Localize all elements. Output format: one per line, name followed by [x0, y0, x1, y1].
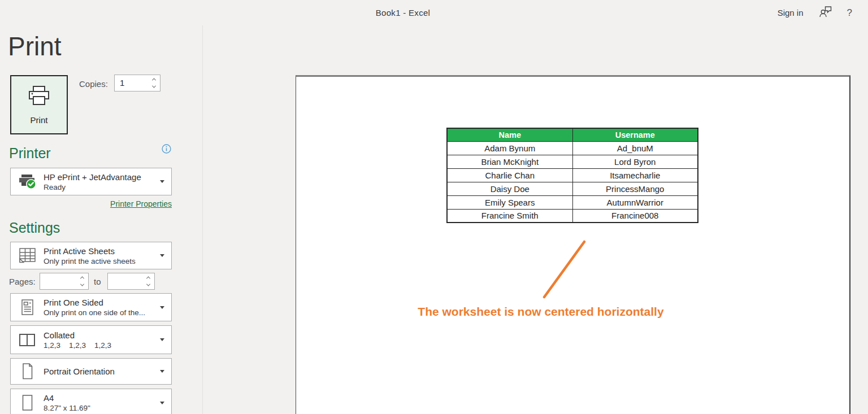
portrait-page-icon	[11, 363, 44, 380]
chevron-down-icon	[151, 84, 155, 88]
pages-label: Pages:	[9, 277, 36, 286]
table-row: Brian McKnight Lord Byron	[447, 155, 698, 168]
printer-icon	[27, 85, 51, 110]
table-cell: Daisy Doe	[447, 182, 572, 195]
table-cell: Charlie Chan	[447, 168, 572, 182]
collation-description: 1,2,3 1,2,3 1,2,3	[44, 341, 157, 350]
copies-label: Copies:	[79, 79, 108, 89]
print-button[interactable]: Print	[10, 75, 68, 134]
table-cell: Itsamecharlie	[572, 168, 698, 182]
title-bar: Book1 - Excel Sign in ?	[0, 0, 868, 25]
table-cell: AutumnWarrior	[572, 195, 698, 209]
pages-to-value	[108, 273, 142, 289]
print-what-select[interactable]: Print Active Sheets Only print the activ…	[10, 242, 172, 269]
pages-to-label: to	[94, 277, 101, 286]
chevron-up-icon	[80, 276, 84, 280]
help-icon[interactable]: ?	[847, 7, 852, 19]
printer-select[interactable]: HP ePrint + JetAdvantage Ready	[10, 168, 172, 195]
paper-size-select[interactable]: A4 8.27" x 11.69"	[10, 389, 172, 414]
copies-increment-button[interactable]	[150, 77, 158, 82]
chevron-down-icon	[160, 254, 164, 257]
active-sheets-icon	[11, 247, 44, 264]
print-what-description: Only print the active sheets	[44, 257, 157, 265]
table-header-row: Name Username	[447, 128, 698, 141]
chevron-up-icon	[151, 78, 155, 82]
copies-value: 1	[115, 75, 147, 91]
one-sided-page-icon	[11, 299, 44, 316]
table-row: Emily Spears AutumnWarrior	[447, 195, 698, 209]
collation-label: Collated	[44, 330, 157, 340]
print-what-label: Print Active Sheets	[44, 246, 157, 256]
collated-pages-icon	[11, 333, 44, 347]
table-row: Adam Bynum Ad_bnuM	[447, 141, 698, 155]
paper-page-icon	[11, 394, 44, 412]
chevron-down-icon	[160, 306, 164, 309]
printer-status: Ready	[44, 183, 157, 191]
table-header-cell: Username	[572, 128, 698, 141]
table-cell: Francine Smith	[447, 209, 572, 223]
panel-divider	[202, 25, 203, 414]
collation-select[interactable]: Collated 1,2,3 1,2,3 1,2,3	[10, 325, 172, 354]
copies-input[interactable]: 1	[114, 75, 160, 91]
chevron-down-icon	[160, 338, 164, 341]
table-cell: Brian McKnight	[447, 155, 572, 168]
pages-from-input[interactable]	[40, 273, 89, 290]
print-preview-page: Name Username Adam Bynum Ad_bnuM Brian M…	[296, 75, 850, 414]
sides-select[interactable]: Print One Sided Only print on one side o…	[10, 293, 172, 321]
paper-size-description: 8.27" x 11.69"	[44, 404, 157, 412]
window-title: Book1 - Excel	[0, 0, 806, 25]
table-row: Daisy Doe PrincessMango	[447, 182, 698, 195]
print-settings-panel: Print Print Copies: 1 Printer	[0, 25, 202, 414]
orientation-label: Portrait Orientation	[44, 367, 157, 376]
pages-to-increment-button[interactable]	[144, 276, 152, 280]
worksheet-table: Name Username Adam Bynum Ad_bnuM Brian M…	[446, 128, 698, 223]
table-cell: Ad_bnuM	[572, 141, 698, 155]
print-button-label: Print	[31, 115, 48, 125]
chevron-down-icon	[160, 180, 164, 183]
printer-name: HP ePrint + JetAdvantage	[44, 172, 157, 182]
table-cell: PrincessMango	[572, 182, 698, 195]
chevron-down-icon	[160, 370, 164, 373]
pages-from-value	[40, 273, 76, 289]
chevron-down-icon	[160, 402, 164, 404]
chevron-up-icon	[146, 276, 150, 280]
info-icon[interactable]	[162, 144, 171, 154]
table-cell: Lord Byron	[572, 155, 698, 168]
table-cell: Emily Spears	[447, 195, 572, 209]
table-row: Charlie Chan Itsamecharlie	[447, 168, 698, 182]
sides-label: Print One Sided	[44, 298, 157, 307]
sign-in-button[interactable]: Sign in	[778, 8, 804, 18]
chevron-down-icon	[80, 282, 84, 286]
printer-section-heading: Printer	[9, 145, 51, 162]
table-cell: Francine008	[572, 209, 698, 223]
pages-range-row: Pages: to	[0, 273, 181, 290]
printer-properties-link[interactable]: Printer Properties	[110, 199, 172, 208]
paper-size-label: A4	[44, 393, 157, 403]
chevron-down-icon	[146, 282, 150, 286]
feedback-person-icon[interactable]	[818, 6, 832, 20]
pages-to-input[interactable]	[107, 273, 155, 290]
page-title: Print	[8, 31, 62, 62]
copies-decrement-button[interactable]	[150, 85, 158, 89]
pages-from-decrement-button[interactable]	[78, 283, 86, 287]
orientation-select[interactable]: Portrait Orientation	[10, 358, 172, 385]
table-header-cell: Name	[447, 128, 572, 141]
table-row: Francine Smith Francine008	[447, 209, 698, 223]
printer-status-icon	[11, 173, 44, 190]
settings-section-heading: Settings	[9, 220, 60, 236]
pages-to-decrement-button[interactable]	[144, 283, 152, 287]
pages-from-increment-button[interactable]	[78, 276, 86, 280]
sides-description: Only print on one side of the...	[44, 308, 157, 317]
table-cell: Adam Bynum	[447, 141, 572, 155]
annotation-text: The worksheet is now centered horizontal…	[400, 305, 682, 319]
